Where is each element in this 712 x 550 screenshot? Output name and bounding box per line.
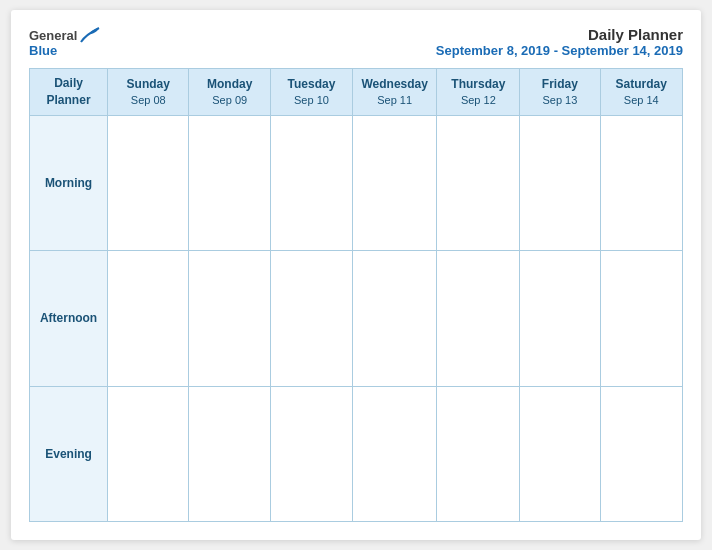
col-friday: Friday Sep 13 (520, 69, 600, 116)
morning-monday[interactable] (189, 115, 271, 250)
afternoon-saturday[interactable] (600, 251, 682, 386)
logo-icon (79, 26, 101, 44)
thursday-date: Sep 12 (441, 93, 515, 108)
morning-tuesday[interactable] (270, 115, 352, 250)
afternoon-friday[interactable] (520, 251, 600, 386)
morning-row: Morning (30, 115, 683, 250)
morning-friday[interactable] (520, 115, 600, 250)
evening-row: Evening (30, 386, 683, 521)
col-tuesday: Tuesday Sep 10 (270, 69, 352, 116)
morning-wednesday[interactable] (352, 115, 437, 250)
tuesday-date: Sep 10 (275, 93, 348, 108)
thursday-name: Thursday (441, 76, 515, 93)
friday-date: Sep 13 (524, 93, 595, 108)
header-row: Daily Planner Sunday Sep 08 Monday Sep 0… (30, 69, 683, 116)
header-title: Daily Planner September 8, 2019 - Septem… (436, 26, 683, 58)
saturday-date: Sep 14 (605, 93, 678, 108)
evening-tuesday[interactable] (270, 386, 352, 521)
col-sunday: Sunday Sep 08 (108, 69, 189, 116)
evening-saturday[interactable] (600, 386, 682, 521)
saturday-name: Saturday (605, 76, 678, 93)
sunday-name: Sunday (112, 76, 184, 93)
evening-thursday[interactable] (437, 386, 520, 521)
monday-name: Monday (193, 76, 266, 93)
logo: General Blue (29, 26, 101, 57)
label-header: Daily Planner (30, 69, 108, 116)
morning-thursday[interactable] (437, 115, 520, 250)
morning-saturday[interactable] (600, 115, 682, 250)
afternoon-row: Afternoon (30, 251, 683, 386)
evening-sunday[interactable] (108, 386, 189, 521)
afternoon-monday[interactable] (189, 251, 271, 386)
tuesday-name: Tuesday (275, 76, 348, 93)
col-thursday: Thursday Sep 12 (437, 69, 520, 116)
wednesday-date: Sep 11 (357, 93, 433, 108)
afternoon-thursday[interactable] (437, 251, 520, 386)
morning-sunday[interactable] (108, 115, 189, 250)
afternoon-sunday[interactable] (108, 251, 189, 386)
page: General Blue Daily Planner September 8, … (11, 10, 701, 540)
col-wednesday: Wednesday Sep 11 (352, 69, 437, 116)
title-main: Daily Planner (436, 26, 683, 43)
title-sub: September 8, 2019 - September 14, 2019 (436, 43, 683, 58)
sunday-date: Sep 08 (112, 93, 184, 108)
col-saturday: Saturday Sep 14 (600, 69, 682, 116)
afternoon-tuesday[interactable] (270, 251, 352, 386)
friday-name: Friday (524, 76, 595, 93)
evening-wednesday[interactable] (352, 386, 437, 521)
logo-blue: Blue (29, 44, 57, 57)
morning-label: Morning (30, 115, 108, 250)
wednesday-name: Wednesday (357, 76, 433, 93)
col-monday: Monday Sep 09 (189, 69, 271, 116)
evening-friday[interactable] (520, 386, 600, 521)
afternoon-wednesday[interactable] (352, 251, 437, 386)
header: General Blue Daily Planner September 8, … (29, 26, 683, 58)
afternoon-label: Afternoon (30, 251, 108, 386)
evening-monday[interactable] (189, 386, 271, 521)
calendar-table: Daily Planner Sunday Sep 08 Monday Sep 0… (29, 68, 683, 522)
monday-date: Sep 09 (193, 93, 266, 108)
evening-label: Evening (30, 386, 108, 521)
logo-general: General (29, 29, 77, 42)
